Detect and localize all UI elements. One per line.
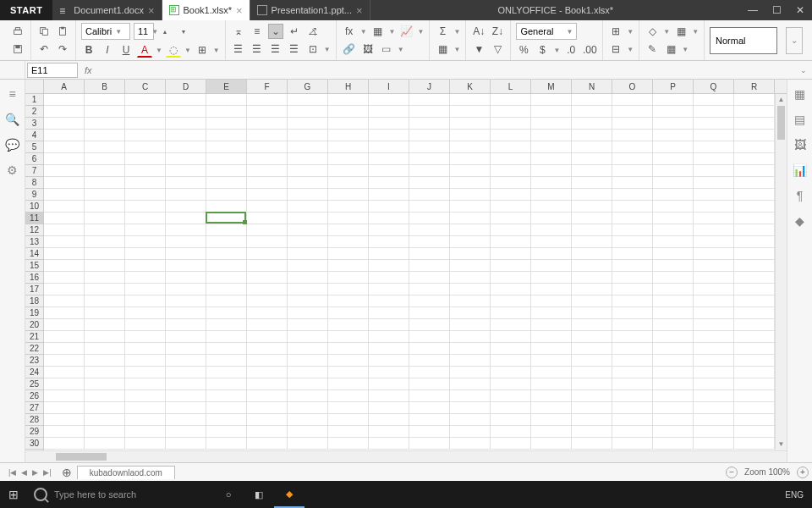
clear-filter-button[interactable]: ▽ xyxy=(490,41,505,57)
start-button[interactable]: ⊞ xyxy=(0,488,27,501)
align-center-button[interactable]: ☰ xyxy=(250,41,265,57)
paste-button[interactable] xyxy=(55,24,70,39)
fill-color-dropdown[interactable]: ▼ xyxy=(184,47,191,54)
cell-settings-button[interactable]: ✎ xyxy=(645,41,660,57)
row-header[interactable]: 12 xyxy=(25,224,43,236)
row-header[interactable]: 14 xyxy=(25,248,43,260)
align-top-button[interactable]: ⌅ xyxy=(231,24,246,39)
last-sheet-button[interactable]: ▶| xyxy=(43,468,51,477)
onlyoffice-taskbar-icon[interactable]: ◆ xyxy=(274,481,304,508)
taskbar-lang[interactable]: ENG xyxy=(776,490,812,500)
column-header[interactable]: J xyxy=(409,80,450,93)
column-header[interactable]: H xyxy=(328,80,369,93)
font-size-selector[interactable]: 11▼ xyxy=(134,23,154,40)
plugin-icon[interactable]: ⚙ xyxy=(5,163,20,178)
column-header[interactable]: Q xyxy=(694,80,734,93)
number-format-selector[interactable]: General▼ xyxy=(516,23,577,40)
row-header[interactable]: 24 xyxy=(25,367,43,378)
print-button[interactable] xyxy=(10,24,25,39)
cell-settings-icon[interactable]: ▦ xyxy=(793,86,808,102)
row-header[interactable]: 13 xyxy=(25,236,43,248)
row-header[interactable]: 9 xyxy=(25,189,43,201)
text-settings-icon[interactable]: ¶ xyxy=(793,188,808,203)
italic-button[interactable]: I xyxy=(100,42,115,58)
column-header[interactable]: O xyxy=(612,80,653,93)
scroll-down-icon[interactable]: ▼ xyxy=(776,439,787,450)
align-middle-button[interactable]: ≡ xyxy=(250,24,265,39)
tab-book1[interactable]: Book1.xlsx* × xyxy=(162,0,250,20)
column-header[interactable]: L xyxy=(491,80,531,93)
insert-function-button[interactable]: fx xyxy=(342,24,357,39)
align-bottom-button[interactable]: ⌄ xyxy=(268,24,283,39)
row-header[interactable]: 17 xyxy=(25,284,43,295)
row-header[interactable]: 1 xyxy=(25,94,43,106)
sort-asc-button[interactable]: A↓ xyxy=(471,24,486,39)
clear-button[interactable]: ◇ xyxy=(645,24,660,39)
tab-document1[interactable]: Document1.docx × xyxy=(52,0,162,20)
merge-button[interactable]: ⊡ xyxy=(305,41,321,57)
horizontal-scrollbar[interactable] xyxy=(25,450,787,462)
tab-presentation1[interactable]: Presentation1.ppt... × xyxy=(250,0,370,20)
column-header[interactable]: B xyxy=(85,80,125,93)
scroll-thumb[interactable] xyxy=(56,453,107,461)
row-header[interactable]: 30 xyxy=(25,438,43,450)
insert-cells-button[interactable]: ⊞ xyxy=(608,24,623,39)
column-header[interactable]: G xyxy=(288,80,328,93)
next-sheet-button[interactable]: ▶ xyxy=(32,468,38,477)
row-header[interactable]: 22 xyxy=(25,343,43,355)
chart-button[interactable]: 📈 xyxy=(399,24,414,39)
bold-button[interactable]: B xyxy=(81,42,96,58)
named-range-button[interactable]: ▦ xyxy=(370,24,386,39)
orientation-button[interactable]: ⦨ xyxy=(305,24,321,39)
formula-input[interactable] xyxy=(97,63,795,78)
borders-button[interactable]: ⊞ xyxy=(195,42,210,58)
currency-button[interactable]: $ xyxy=(535,42,550,58)
maximize-button[interactable]: ☐ xyxy=(765,0,788,20)
row-header[interactable]: 20 xyxy=(25,319,43,331)
row-header[interactable]: 18 xyxy=(25,295,43,307)
filter-button[interactable]: ▼ xyxy=(471,41,486,57)
select-all-corner[interactable] xyxy=(25,80,44,93)
justify-button[interactable]: ☰ xyxy=(287,41,302,57)
table-settings-icon[interactable]: ▤ xyxy=(793,112,808,127)
column-header[interactable]: E xyxy=(206,80,247,93)
borders-dropdown[interactable]: ▼ xyxy=(213,47,220,54)
increase-font-button[interactable]: ▲ xyxy=(157,24,173,39)
sum-button[interactable]: Σ xyxy=(435,24,450,39)
name-box[interactable]: E11 xyxy=(27,63,78,78)
row-header[interactable]: 2 xyxy=(25,106,43,118)
row-header[interactable]: 25 xyxy=(25,378,43,390)
search-icon[interactable]: 🔍 xyxy=(5,112,20,127)
column-header[interactable]: I xyxy=(369,80,409,93)
cells-area[interactable] xyxy=(44,94,775,450)
image-button[interactable]: 🖼 xyxy=(360,41,376,57)
align-left-button[interactable]: ☰ xyxy=(231,41,246,57)
decrease-font-button[interactable]: ▼ xyxy=(176,24,191,39)
save-button[interactable] xyxy=(10,41,25,57)
row-header[interactable]: 5 xyxy=(25,141,43,153)
spreadsheet-grid[interactable]: ABCDEFGHIJKLMNOPQR 123456789101112131415… xyxy=(25,80,787,462)
taskbar-search[interactable]: Type here to search xyxy=(27,488,213,501)
copy-button[interactable] xyxy=(36,24,52,39)
row-header[interactable]: 23 xyxy=(25,355,43,367)
row-header[interactable]: 11 xyxy=(25,213,43,224)
table-button[interactable]: ▦ xyxy=(435,41,450,57)
add-sheet-button[interactable]: ⊕ xyxy=(57,466,77,479)
fill-color-button[interactable]: ◌ xyxy=(166,42,181,58)
shape-button[interactable]: ▭ xyxy=(379,41,394,57)
cell-style-dropdown[interactable]: ⌄ xyxy=(786,27,803,54)
close-icon[interactable]: × xyxy=(356,4,363,17)
close-icon[interactable]: × xyxy=(148,4,155,17)
undo-button[interactable]: ↶ xyxy=(36,41,52,57)
decrease-decimal-button[interactable]: .0 xyxy=(563,42,579,58)
sheet-tab[interactable]: kubadownlaod.com xyxy=(77,466,175,479)
row-header[interactable]: 28 xyxy=(25,414,43,426)
row-header[interactable]: 27 xyxy=(25,402,43,414)
row-header[interactable]: 4 xyxy=(25,130,43,141)
column-header[interactable]: A xyxy=(44,80,85,93)
close-icon[interactable]: × xyxy=(236,4,243,17)
row-header[interactable]: 6 xyxy=(25,153,43,165)
zoom-out-button[interactable]: − xyxy=(726,467,738,478)
column-header[interactable]: N xyxy=(572,80,612,93)
hyperlink-button[interactable]: 🔗 xyxy=(342,41,357,57)
